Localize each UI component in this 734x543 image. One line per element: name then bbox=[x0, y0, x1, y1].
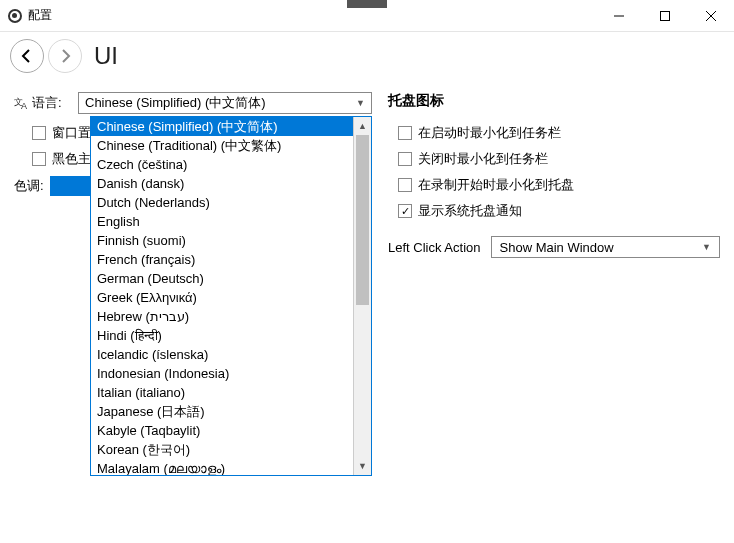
forward-button[interactable] bbox=[48, 39, 82, 73]
tint-label: 色调: bbox=[14, 177, 44, 195]
language-option[interactable]: Malayalam (മലയാളം) bbox=[91, 459, 353, 475]
minimize-on-record-label: 在录制开始时最小化到托盘 bbox=[418, 176, 574, 194]
chevron-down-icon: ▼ bbox=[702, 242, 711, 252]
tint-color-swatch[interactable] bbox=[50, 176, 94, 196]
back-button[interactable] bbox=[10, 39, 44, 73]
language-option[interactable]: Hindi (हिन्दी) bbox=[91, 326, 353, 345]
scroll-thumb[interactable] bbox=[356, 135, 369, 305]
language-option[interactable]: Hebrew (עברית) bbox=[91, 307, 353, 326]
window-title: 配置 bbox=[28, 7, 52, 24]
language-option[interactable]: Italian (italiano) bbox=[91, 383, 353, 402]
language-option[interactable]: Finnish (suomi) bbox=[91, 231, 353, 250]
close-button[interactable] bbox=[688, 0, 734, 32]
language-option[interactable]: German (Deutsch) bbox=[91, 269, 353, 288]
language-option[interactable]: French (français) bbox=[91, 250, 353, 269]
tray-section-title: 托盘图标 bbox=[388, 92, 720, 110]
language-option[interactable]: Czech (čeština) bbox=[91, 155, 353, 174]
titlebar: 配置 bbox=[0, 0, 734, 32]
left-click-action-select[interactable]: Show Main Window ▼ bbox=[491, 236, 721, 258]
tray-notify-label: 显示系统托盘通知 bbox=[418, 202, 522, 220]
language-option[interactable]: Korean (한국어) bbox=[91, 440, 353, 459]
language-dropdown: Chinese (Simplified) (中文简体)Chinese (Trad… bbox=[90, 116, 372, 476]
left-click-action-value: Show Main Window bbox=[500, 240, 614, 255]
scroll-up-button[interactable]: ▲ bbox=[354, 117, 371, 135]
scroll-down-button[interactable]: ▼ bbox=[354, 457, 371, 475]
language-selected-value: Chinese (Simplified) (中文简体) bbox=[85, 94, 266, 112]
minimize-on-close-label: 关闭时最小化到任务栏 bbox=[418, 150, 548, 168]
page-title: UI bbox=[94, 42, 118, 70]
chevron-down-icon: ▼ bbox=[356, 98, 365, 108]
language-label: 文 A 语言: bbox=[14, 94, 78, 112]
language-select[interactable]: Chinese (Simplified) (中文简体) ▼ bbox=[78, 92, 372, 114]
language-option[interactable]: Greek (Ελληνικά) bbox=[91, 288, 353, 307]
language-option[interactable]: English bbox=[91, 212, 353, 231]
arrow-right-icon bbox=[57, 48, 73, 64]
minimize-on-close-checkbox[interactable] bbox=[398, 152, 412, 166]
translate-icon: 文 A bbox=[14, 95, 30, 111]
language-option[interactable]: Chinese (Traditional) (中文繁体) bbox=[91, 136, 353, 155]
svg-text:A: A bbox=[21, 101, 27, 111]
svg-rect-1 bbox=[661, 11, 670, 20]
language-option[interactable]: Icelandic (íslenska) bbox=[91, 345, 353, 364]
language-dropdown-list: Chinese (Simplified) (中文简体)Chinese (Trad… bbox=[91, 117, 353, 475]
minimize-on-start-label: 在启动时最小化到任务栏 bbox=[418, 124, 561, 142]
app-icon bbox=[8, 9, 22, 23]
minimize-on-record-checkbox[interactable] bbox=[398, 178, 412, 192]
tray-notify-checkbox[interactable] bbox=[398, 204, 412, 218]
titlebar-grip bbox=[347, 0, 387, 8]
language-option[interactable]: Japanese (日本語) bbox=[91, 402, 353, 421]
maximize-button[interactable] bbox=[642, 0, 688, 32]
language-option[interactable]: Dutch (Nederlands) bbox=[91, 193, 353, 212]
maximize-icon bbox=[660, 11, 670, 21]
left-click-action-label: Left Click Action bbox=[388, 240, 481, 255]
dropdown-scrollbar[interactable]: ▲ ▼ bbox=[353, 117, 371, 475]
darktheme-checkbox[interactable] bbox=[32, 152, 46, 166]
minimize-icon bbox=[614, 11, 624, 21]
nav-row: UI bbox=[0, 32, 734, 80]
scroll-track[interactable] bbox=[354, 135, 371, 457]
minimize-button[interactable] bbox=[596, 0, 642, 32]
arrow-left-icon bbox=[19, 48, 35, 64]
close-icon bbox=[706, 11, 716, 21]
language-option[interactable]: Indonesian (Indonesia) bbox=[91, 364, 353, 383]
minimize-on-start-checkbox[interactable] bbox=[398, 126, 412, 140]
language-option[interactable]: Chinese (Simplified) (中文简体) bbox=[91, 117, 353, 136]
language-option[interactable]: Danish (dansk) bbox=[91, 174, 353, 193]
topmost-checkbox[interactable] bbox=[32, 126, 46, 140]
language-option[interactable]: Kabyle (Taqbaylit) bbox=[91, 421, 353, 440]
